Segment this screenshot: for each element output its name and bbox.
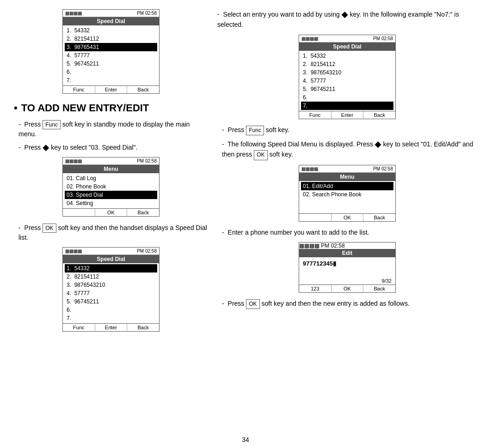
ok-softkey-3: OK: [246, 299, 259, 309]
softkey-back-1[interactable]: Back: [127, 86, 159, 93]
list-item: 2. 82154112: [67, 35, 155, 43]
step-1-line: - Press Func soft key in standby mode to…: [14, 120, 208, 139]
step-3-line: - Press OK soft key and then the handset…: [14, 223, 208, 242]
status-bar-6: ▩▩▩▩ PM 02:58: [299, 242, 395, 249]
title-menu-1: Menu: [63, 165, 159, 173]
list-item: 1. 54332: [303, 52, 392, 60]
screen-edit: ▩▩▩▩ PM 02:58 Edit 977712345▮ 9/32 123 O…: [299, 242, 396, 293]
ok-softkey-label: OK: [43, 224, 56, 233]
step-6-line: - Enter a phone number you want to add t…: [217, 227, 477, 237]
list-item: 7.: [67, 76, 155, 85]
status-bar-1: ▩▩▩▩ PM 02:58: [63, 10, 159, 17]
softkey-func-1[interactable]: Func: [63, 86, 95, 93]
signal-icons-4: ▩▩▩▩: [301, 36, 318, 41]
time-2: PM 02:58: [137, 158, 157, 163]
ok-softkey-2: OK: [254, 150, 267, 160]
softkey-empty-2: [299, 214, 331, 221]
edit-counter: 9/32: [299, 277, 395, 285]
list-item-selected: 3. 98765431: [65, 43, 157, 51]
step-2-line: - Press key to select "03. Speed Dial".: [14, 143, 208, 152]
section-heading: • TO ADD NEW ENTRY/EDIT: [14, 102, 208, 114]
softkey-ok-2[interactable]: OK: [331, 214, 364, 221]
nav-diamond-icon-2: [342, 12, 348, 18]
list-item: 02. Search Phone Book: [303, 190, 392, 199]
list-item: 4. 57777: [67, 51, 155, 60]
softkey-123[interactable]: 123: [299, 285, 331, 292]
item-list-4: 1. 54332 2. 82154112 3. 9876543210 4. 57…: [299, 51, 395, 111]
softkey-ok-3[interactable]: OK: [331, 285, 364, 292]
softkey-back-3[interactable]: Back: [127, 324, 159, 331]
softkey-back-5[interactable]: Back: [363, 214, 395, 221]
edit-field-value[interactable]: 977712345▮: [299, 257, 395, 268]
signal-icons-2: ▩▩▩▩: [65, 158, 82, 163]
nav-diamond-icon: [43, 145, 49, 151]
softkey-back-2[interactable]: Back: [127, 209, 159, 216]
list-item: 6.: [303, 93, 392, 102]
softkey-enter-3[interactable]: Enter: [331, 111, 364, 119]
list-item-selected: 01. Edit/Add: [301, 182, 393, 190]
signal-icons-5: ▩▩▩▩: [301, 166, 318, 171]
list-item: 3. 9876543210: [303, 68, 392, 77]
time-5: PM 02:58: [373, 166, 393, 171]
list-item: 02. Phone Book: [67, 182, 155, 191]
time-3: PM 02:58: [137, 248, 157, 254]
softkey-back-4[interactable]: Back: [363, 111, 395, 119]
list-item-selected: 1. 54332: [65, 264, 157, 272]
list-item: 01. Call Log: [67, 174, 155, 182]
title-menu-2: Menu: [299, 173, 395, 181]
menu-list-1: 01. Call Log 02. Phone Book 03. Speed Di…: [63, 173, 159, 208]
list-item: 5. 96745211: [67, 60, 155, 68]
nav-diamond-icon-3: [375, 141, 381, 148]
intro-text: - Select an entry you want to add by usi…: [217, 9, 477, 30]
signal-icons-3: ▩▩▩▩: [65, 248, 82, 254]
list-item: 5. 96745211: [67, 297, 155, 306]
item-list-3: 1. 54332 2. 82154112 3. 9876543210 4. 57…: [63, 263, 159, 323]
time-4: PM 02:58: [373, 36, 393, 41]
screen-menu-2: ▩▩▩▩ PM 02:58 Menu 01. Edit/Add 02. Sear…: [299, 165, 396, 222]
softkey-ok-1[interactable]: OK: [95, 209, 128, 216]
status-bar-4: ▩▩▩▩ PM 02:58: [299, 35, 395, 42]
screen-speed-dial-3: ▩▩▩▩ PM 02:58 Speed Dial 1. 54332 2. 821…: [299, 35, 396, 119]
list-item-selected: 7.: [301, 102, 393, 110]
list-item: 4. 57777: [67, 289, 155, 297]
func-softkey-label: Func: [43, 120, 61, 129]
time-6: PM 02:58: [321, 242, 344, 249]
list-item: 04. Setting: [67, 199, 155, 207]
func-softkey-2: Func: [246, 126, 264, 135]
heading-text: TO ADD NEW ENTRY/EDIT: [21, 102, 149, 114]
list-item: 4. 57777: [303, 77, 392, 85]
step-5-line: - The following Speed Dial Menu is displ…: [217, 139, 477, 160]
softkey-bar-1: Func Enter Back: [63, 85, 159, 93]
softkey-bar-5: OK Back: [299, 213, 395, 221]
screen-speed-dial-2: ▩▩▩▩ PM 02:58 Speed Dial 1. 54332 2. 821…: [62, 247, 160, 332]
signal-icons: ▩▩▩▩: [65, 11, 82, 16]
softkey-enter-2[interactable]: Enter: [95, 324, 128, 331]
edit-title: Edit: [299, 249, 395, 257]
softkey-func-2[interactable]: Func: [63, 324, 95, 331]
softkey-func-3[interactable]: Func: [299, 111, 331, 119]
step-7-line: - Press OK soft key and then the new ent…: [217, 298, 477, 309]
status-bar-3: ▩▩▩▩ PM 02:58: [63, 248, 159, 255]
bullet-point: •: [14, 102, 18, 114]
softkey-enter-1[interactable]: Enter: [95, 86, 128, 93]
signal-icons-6: ▩▩▩▩: [299, 242, 319, 249]
status-bar-5: ▩▩▩▩ PM 02:58: [299, 165, 395, 173]
list-item: 6.: [67, 306, 155, 314]
softkey-bar-4: Func Enter Back: [299, 111, 395, 119]
screen-menu-1: ▩▩▩▩ PM 02:58 Menu 01. Call Log 02. Phon…: [62, 157, 160, 217]
time-1: PM 02:58: [137, 11, 157, 16]
list-item: 7.: [67, 314, 155, 322]
softkey-empty-1: [63, 209, 95, 216]
page-number: 34: [242, 436, 249, 443]
list-item: 5. 96745211: [303, 85, 392, 93]
list-item-selected: 03. Speed Dial: [65, 191, 157, 199]
softkey-bar-3: Func Enter Back: [63, 323, 159, 331]
screen-speed-dial-1: ▩▩▩▩ PM 02:58 Speed Dial 1. 54332 2. 821…: [62, 9, 160, 94]
title-speed-dial-1: Speed Dial: [63, 17, 159, 25]
status-bar-2: ▩▩▩▩ PM 02:58: [63, 157, 159, 165]
softkey-bar-6: 123 OK Back: [299, 285, 395, 292]
list-item: 2. 82154112: [67, 272, 155, 281]
item-list-1: 1. 54332 2. 82154112 3. 98765431 4. 5777…: [63, 25, 159, 85]
softkey-back-6[interactable]: Back: [363, 285, 395, 292]
list-item: 6.: [67, 68, 155, 76]
